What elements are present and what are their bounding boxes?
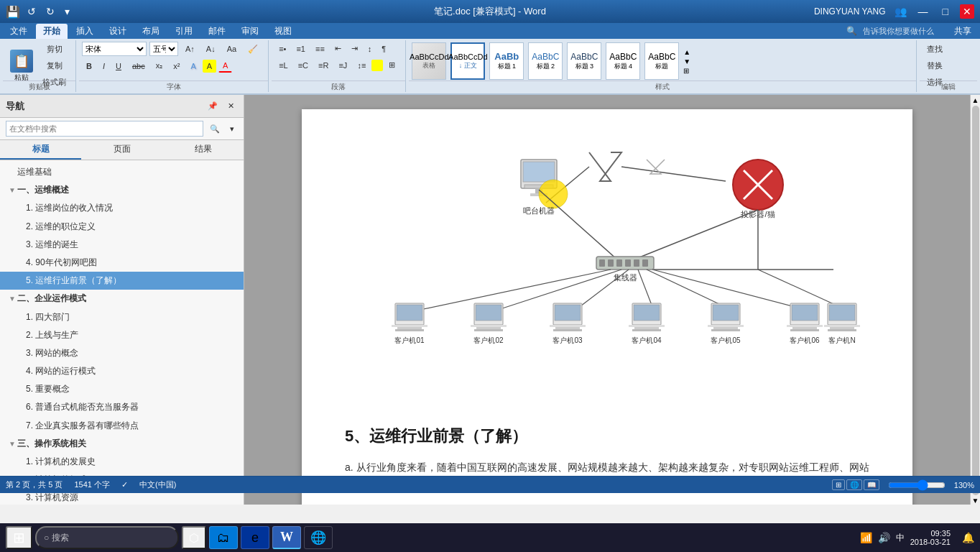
subscript-button[interactable]: x₂	[152, 59, 167, 73]
view-read-button[interactable]: 📖	[864, 479, 879, 490]
nav-search-dropdown[interactable]: ▾	[226, 122, 238, 136]
nav-item-yunwei-jichu[interactable]: 运维基础	[0, 163, 244, 181]
share-button[interactable]: 共享	[954, 25, 971, 37]
clock[interactable]: 09:35 2018-03-21	[910, 529, 956, 546]
nav-item-2-6[interactable]: 6. 普通台式机能否充当服务器	[0, 398, 244, 416]
bold-button[interactable]: B	[82, 60, 96, 73]
shading-button[interactable]	[371, 60, 383, 71]
bullets-button[interactable]: ≡•	[274, 42, 290, 55]
cut-button[interactable]: 剪切	[39, 42, 70, 57]
style-normal[interactable]: AaBbCcDd↓ 正文	[450, 42, 485, 80]
nav-item-qiye-yunzuo[interactable]: ▼二、企业运作模式	[0, 290, 244, 308]
tab-references[interactable]: 引用	[168, 24, 200, 39]
tab-review[interactable]: 审阅	[234, 24, 266, 39]
text-effect-button[interactable]: A	[186, 60, 200, 73]
scroll-down-button[interactable]: ▼	[972, 497, 979, 505]
align-left-button[interactable]: ≡L	[274, 59, 292, 72]
nav-item-2-3[interactable]: 3. 网站的概念	[0, 344, 244, 362]
decrease-indent-button[interactable]: ⇤	[330, 42, 346, 55]
right-scrollbar[interactable]: ▲ ▼	[970, 95, 980, 505]
line-spacing-button[interactable]: ↕≡	[353, 59, 370, 72]
nav-item-caozuo-xitong[interactable]: ▼三、操作系统相关	[0, 435, 244, 453]
task-view-button[interactable]: ⬡	[182, 526, 206, 549]
nav-item-2[interactable]: 2. 运维的职位定义	[0, 218, 244, 236]
restore-button[interactable]: □	[940, 4, 951, 19]
customize-button[interactable]: ▾	[62, 4, 73, 19]
change-case-button[interactable]: Aa	[223, 42, 241, 55]
redo-button[interactable]: ↻	[43, 4, 57, 19]
nav-item-2-4[interactable]: 4. 网站的运行模式	[0, 362, 244, 380]
sort-button[interactable]: ↕	[364, 42, 376, 55]
tab-mailings[interactable]: 邮件	[201, 24, 233, 39]
nav-tab-pages[interactable]: 页面	[81, 140, 162, 160]
tab-file[interactable]: 文件	[3, 24, 34, 39]
align-center-button[interactable]: ≡C	[294, 59, 313, 72]
nav-item-5[interactable]: 5. 运维行业前景（了解）	[0, 272, 244, 290]
clear-format-button[interactable]: 🧹	[244, 42, 262, 56]
view-web-button[interactable]: 🌐	[846, 479, 862, 490]
nav-item-4[interactable]: 4. 90年代初网吧图	[0, 254, 244, 272]
superscript-button[interactable]: x²	[169, 60, 184, 73]
nav-item-3[interactable]: 3. 运维的诞生	[0, 236, 244, 254]
search-button[interactable]: ○ 搜索	[35, 526, 179, 549]
taskbar-edge[interactable]: e	[241, 526, 269, 549]
styles-scroll[interactable]: ▲ ▼ ⊞	[683, 48, 690, 75]
show-formatting-button[interactable]: ¶	[377, 42, 390, 55]
style-heading4[interactable]: AaBbC标题 4	[606, 42, 640, 80]
start-button[interactable]: ⊞	[6, 526, 32, 549]
close-button[interactable]: ✕	[960, 4, 974, 19]
italic-button[interactable]: I	[98, 60, 109, 73]
taskbar-word[interactable]: W	[272, 526, 301, 549]
scrollbar-thumb[interactable]	[972, 106, 979, 495]
nav-search-input[interactable]	[6, 121, 203, 137]
style-heading1[interactable]: AaBb标题 1	[489, 42, 524, 80]
numbering-button[interactable]: ≡1	[292, 42, 310, 55]
font-size-select[interactable]: 五号	[149, 42, 178, 56]
font-color-button[interactable]: A	[218, 59, 232, 73]
replace-button[interactable]: 替换	[923, 58, 947, 73]
multilevel-list-button[interactable]: ≡≡	[311, 42, 329, 55]
nav-item-2-2[interactable]: 2. 上线与生产	[0, 326, 244, 344]
style-table[interactable]: AaBbCcDd表格	[412, 42, 446, 80]
borders-button[interactable]: ⊞	[384, 58, 399, 72]
taskbar-chrome[interactable]: 🌐	[304, 526, 333, 549]
nav-tab-headings[interactable]: 标题	[0, 140, 81, 160]
taskbar-explorer[interactable]: 🗂	[209, 526, 238, 549]
font-shrink-button[interactable]: A↓	[202, 42, 220, 55]
align-right-button[interactable]: ≡R	[314, 59, 333, 72]
minimize-button[interactable]: —	[915, 4, 931, 19]
highlight-button[interactable]: A	[203, 60, 216, 73]
nav-tab-results[interactable]: 结果	[162, 140, 244, 160]
underline-button[interactable]: U	[111, 60, 126, 73]
nav-item-yunwei-gaishu[interactable]: ▼一、运维概述	[0, 181, 244, 199]
scroll-up-button[interactable]: ▲	[972, 96, 979, 104]
nav-search-button[interactable]: 🔍	[206, 122, 223, 136]
find-button[interactable]: 查找	[923, 42, 947, 57]
tab-layout[interactable]: 布局	[135, 24, 167, 39]
tab-view[interactable]: 视图	[267, 24, 299, 39]
strikethrough-button[interactable]: abc	[128, 60, 149, 73]
copy-button[interactable]: 复制	[39, 58, 70, 73]
nav-close-button[interactable]: ✕	[224, 99, 238, 113]
style-heading2[interactable]: AaBbC标题 2	[528, 42, 563, 80]
font-grow-button[interactable]: A↑	[181, 42, 199, 55]
view-print-button[interactable]: ⊞	[832, 479, 845, 490]
style-heading3[interactable]: AaBbC标题 3	[567, 42, 601, 80]
undo-button[interactable]: ↺	[24, 4, 39, 19]
nav-item-2-5[interactable]: 5. 重要概念	[0, 380, 244, 398]
font-family-select[interactable]: 宋体	[82, 42, 147, 56]
nav-item-1[interactable]: 1. 运维岗位的收入情况	[0, 199, 244, 217]
zoom-slider[interactable]	[888, 480, 946, 490]
notification-button[interactable]: 🔔	[962, 532, 974, 543]
tab-insert[interactable]: 插入	[69, 24, 101, 39]
tab-design[interactable]: 设计	[102, 24, 134, 39]
nav-item-3-1[interactable]: 1. 计算机的发展史	[0, 453, 244, 471]
increase-indent-button[interactable]: ⇥	[347, 42, 362, 55]
nav-item-2-1[interactable]: 1. 四大部门	[0, 308, 244, 326]
nav-item-2-7[interactable]: 7. 企业真实服务器有哪些特点	[0, 417, 244, 435]
nav-pin-button[interactable]: 📌	[204, 99, 221, 113]
justify-button[interactable]: ≡J	[334, 59, 351, 72]
document-area[interactable]: 投影器/猫 吧台机器	[244, 95, 970, 505]
tab-home[interactable]: 开始	[36, 24, 68, 39]
style-title[interactable]: AaBbC标题	[644, 42, 679, 80]
